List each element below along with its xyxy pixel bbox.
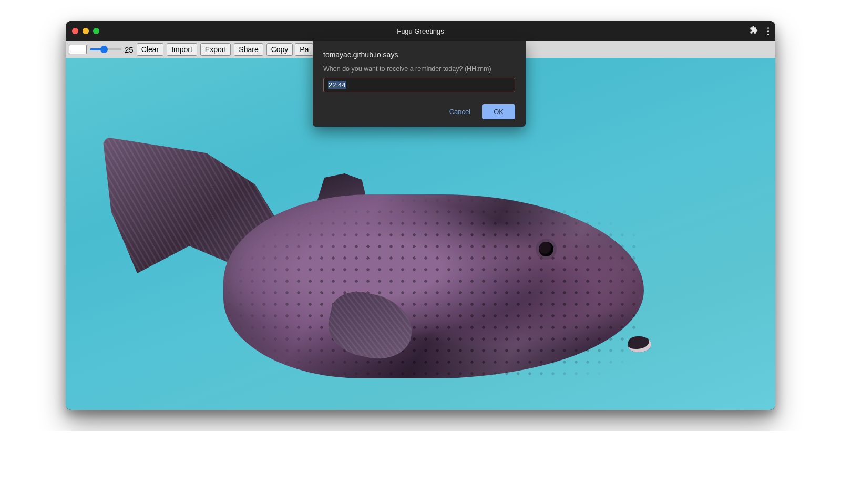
fullscreen-window-button[interactable] [93, 28, 99, 34]
window-controls [72, 28, 99, 34]
dialog-message: When do you want to receive a reminder t… [323, 65, 515, 73]
ok-button[interactable]: OK [482, 104, 515, 119]
color-picker[interactable] [69, 45, 87, 54]
slider-thumb[interactable] [100, 46, 108, 53]
paste-button-partial[interactable]: Pa [295, 43, 313, 56]
slider-value: 25 [125, 45, 134, 54]
dialog-input[interactable]: 22:44 [323, 78, 515, 92]
clear-button[interactable]: Clear [137, 43, 163, 56]
titlebar: Fugu Greetings [66, 21, 775, 41]
canvas-image [102, 158, 707, 399]
kebab-menu-icon[interactable] [767, 27, 769, 35]
cancel-button[interactable]: Cancel [443, 105, 477, 119]
prompt-dialog: tomayac.github.io says When do you want … [313, 41, 526, 127]
minimize-window-button[interactable] [83, 28, 89, 34]
app-window: Fugu Greetings 25 Clear Import Export Sh… [66, 21, 775, 410]
brush-size-slider[interactable] [90, 48, 121, 50]
extensions-icon[interactable] [750, 26, 758, 36]
close-window-button[interactable] [72, 28, 78, 34]
dialog-origin: tomayac.github.io says [323, 50, 515, 59]
export-button[interactable]: Export [200, 43, 231, 56]
copy-button[interactable]: Copy [266, 43, 293, 56]
window-title: Fugu Greetings [397, 27, 444, 35]
share-button[interactable]: Share [234, 43, 263, 56]
import-button[interactable]: Import [167, 43, 197, 56]
